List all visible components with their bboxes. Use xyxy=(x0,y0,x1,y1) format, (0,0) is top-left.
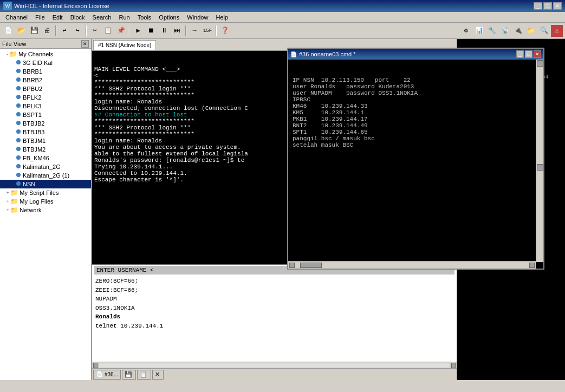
menu-item-channel[interactable]: Channel xyxy=(2,13,31,22)
menu-item-options[interactable]: Options xyxy=(155,13,183,22)
close-button[interactable]: ✕ xyxy=(553,2,562,10)
tree-label-3: BBRB2 xyxy=(23,77,42,83)
leaf-icon-14 xyxy=(15,172,22,179)
dialog-hscroll[interactable] xyxy=(288,261,536,269)
menu-item-window[interactable]: Window xyxy=(184,13,211,22)
bottom-tab-4[interactable]: ✕ xyxy=(152,370,164,380)
toolbar-sep-1 xyxy=(55,25,56,36)
tree-item-13[interactable]: Kalimatan_2G xyxy=(0,162,91,171)
tree-item-5[interactable]: BPLK2 xyxy=(0,93,91,102)
toolbar-right-6[interactable]: 📁 xyxy=(525,25,537,37)
dialog-title: #36 noname03.cmd * xyxy=(299,51,516,57)
svg-point-5 xyxy=(16,103,21,108)
terminal-tab-1[interactable]: #1 NSN (Active Node) xyxy=(93,40,156,50)
maximize-button[interactable]: □ xyxy=(543,2,552,10)
folder-icon-16: 📁 xyxy=(10,189,18,197)
tree-item-0[interactable]: -📁My Channels xyxy=(0,50,91,58)
save-button[interactable]: 💾 xyxy=(28,25,40,37)
stop-button[interactable]: ⏹ xyxy=(145,25,157,37)
file-view-title: File View xyxy=(2,41,26,47)
bottom-tabs: 📄 #36... 💾 📋 ✕ xyxy=(92,368,457,380)
paste-button[interactable]: 📌 xyxy=(115,25,127,37)
bottom-tab-icon-2: 💾 xyxy=(125,371,132,378)
tree-label-4: BPBU2 xyxy=(23,86,42,92)
toolbar-right-7[interactable]: 🔍 xyxy=(538,25,550,37)
menu-item-help[interactable]: Help xyxy=(212,13,231,22)
menu-bar: ChannelFileEditBlockSearchRunToolsOption… xyxy=(0,12,565,23)
svg-point-10 xyxy=(16,147,21,151)
tree-item-9[interactable]: BTBJB3 xyxy=(0,128,91,136)
menu-item-block[interactable]: Block xyxy=(67,13,88,22)
dialog-scrollbar[interactable] xyxy=(536,60,543,262)
toolbar-right-5[interactable]: 🔌 xyxy=(512,25,524,37)
leaf-icon-15 xyxy=(15,180,22,188)
dialog-restore-button[interactable]: □ xyxy=(525,50,532,58)
leaf-icon-7 xyxy=(15,111,22,119)
step15-button[interactable]: 15F xyxy=(202,25,213,37)
dialog-hscroll-thumb[interactable] xyxy=(300,263,322,268)
menu-item-search[interactable]: Search xyxy=(89,13,115,22)
dialog-title-bar: 📄 #36 noname03.cmd * _ □ ✕ xyxy=(288,49,543,60)
menu-item-run[interactable]: Run xyxy=(115,13,133,22)
leaf-icon-2 xyxy=(15,68,22,75)
tree-item-2[interactable]: BBRB1 xyxy=(0,67,91,76)
tree-label-17: My Log Files xyxy=(20,198,53,205)
folder-icon-0: 📁 xyxy=(9,50,17,58)
tree-item-12[interactable]: FB_KM46 xyxy=(0,154,91,162)
toolbar-right-2[interactable]: 📊 xyxy=(473,25,485,37)
tree-item-8[interactable]: BTBJB2 xyxy=(0,119,91,128)
tree-item-7[interactable]: BSPT1 xyxy=(0,110,91,119)
toolbar-sep-2 xyxy=(86,25,87,36)
menu-item-file[interactable]: File xyxy=(32,13,48,22)
dialog-minimize-button[interactable]: _ xyxy=(516,50,524,58)
svg-point-1 xyxy=(16,69,21,73)
help-button[interactable]: ❓ xyxy=(219,25,231,37)
copy-button[interactable]: 📋 xyxy=(102,25,114,37)
tree-item-15[interactable]: NSN xyxy=(0,180,91,188)
dialog-line: panggil bsc / masuk bsc xyxy=(293,135,539,142)
run-button[interactable]: ▶ xyxy=(132,25,144,37)
svg-point-4 xyxy=(16,95,21,99)
step-button[interactable]: ⏭ xyxy=(171,25,183,37)
tree-item-4[interactable]: BPBU2 xyxy=(0,84,91,93)
print-button[interactable]: 🖨 xyxy=(41,25,53,37)
open-button[interactable]: 📂 xyxy=(15,25,27,37)
bottom-scrollbar[interactable] xyxy=(92,362,457,368)
tree-label-18: Network xyxy=(20,207,41,213)
toolbar-right-4[interactable]: 📡 xyxy=(499,25,511,37)
undo-button[interactable]: ↩ xyxy=(59,25,70,37)
tree-label-15: NSN xyxy=(23,181,35,187)
file-view-close-button[interactable]: ✕ xyxy=(81,40,89,48)
toolbar-right-red[interactable]: ⚠ xyxy=(551,25,563,37)
tree-item-11[interactable]: BTBJM2 xyxy=(0,145,91,154)
connect-button[interactable]: → xyxy=(189,25,200,37)
tree-item-14[interactable]: Kalimatan_2G (1) xyxy=(0,171,91,180)
cut-button[interactable]: ✂ xyxy=(89,25,101,37)
svg-point-12 xyxy=(16,164,21,168)
toolbar-right-3[interactable]: 🔧 xyxy=(486,25,498,37)
leaf-icon-6 xyxy=(15,102,22,110)
leaf-icon-13 xyxy=(15,163,22,171)
tree-label-10: BTBJM1 xyxy=(23,138,46,144)
dialog-line: KM5 10.239.144.1 xyxy=(293,109,539,116)
tree-item-10[interactable]: BTBJM1 xyxy=(0,136,91,145)
file-tree[interactable]: -📁My Channels 3G EID Kal BBRB1 BBRB2 BPB… xyxy=(0,49,91,380)
new-button[interactable]: 📄 xyxy=(2,25,14,37)
tree-item-18[interactable]: +📁Network xyxy=(0,206,91,214)
tree-item-1[interactable]: 3G EID Kal xyxy=(0,58,91,67)
redo-button[interactable]: ↪ xyxy=(72,25,83,37)
toolbar-right-1[interactable]: ⚙ xyxy=(460,25,472,37)
dialog-close-button[interactable]: ✕ xyxy=(534,50,541,58)
bottom-tab-1[interactable]: 📄 #36... xyxy=(93,370,121,380)
tree-item-3[interactable]: BBRB2 xyxy=(0,76,91,84)
minimize-button[interactable]: _ xyxy=(534,2,542,10)
pause-button[interactable]: ⏸ xyxy=(158,25,170,37)
tree-item-6[interactable]: BPLK3 xyxy=(0,102,91,110)
bottom-tab-2[interactable]: 💾 xyxy=(122,370,136,380)
tree-item-17[interactable]: +📁My Log Files xyxy=(0,197,91,206)
menu-item-edit[interactable]: Edit xyxy=(49,13,66,22)
input-line: OSS3.1NOKIA xyxy=(95,304,453,313)
menu-item-tools[interactable]: Tools xyxy=(134,13,155,22)
bottom-tab-3[interactable]: 📋 xyxy=(137,370,151,380)
tree-item-16[interactable]: +📁My Script Files xyxy=(0,188,91,197)
